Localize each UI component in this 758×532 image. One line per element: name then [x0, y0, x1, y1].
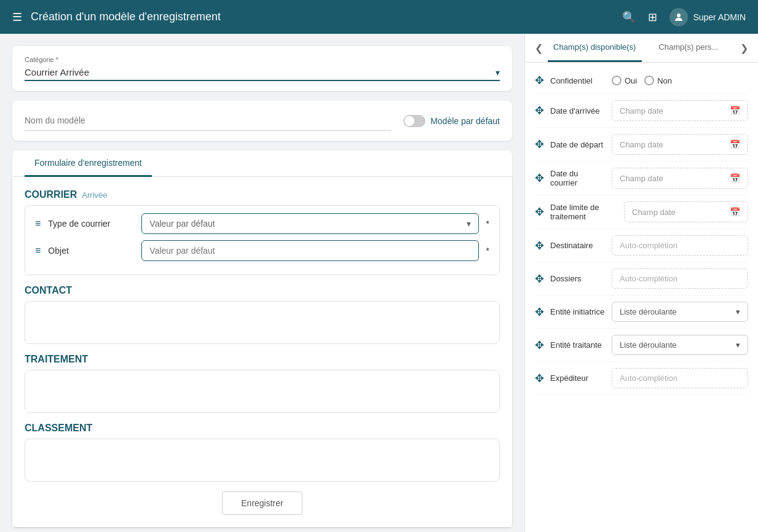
- radio-group: Oui Non: [612, 76, 748, 85]
- drag-icon[interactable]: ✥: [535, 372, 544, 385]
- date-depart-field[interactable]: Champ date 📅: [612, 134, 748, 155]
- section-contact-title: CONTACT: [25, 285, 500, 296]
- field-item-dossiers: ✥ Dossiers Auto-complétion: [535, 262, 748, 295]
- dossiers-field[interactable]: Auto-complétion: [612, 268, 748, 289]
- radio-oui[interactable]: Oui: [612, 76, 637, 85]
- confidentiel-control: Oui Non: [612, 76, 748, 85]
- svg-point-0: [677, 14, 681, 17]
- category-label: Catégorie *: [25, 56, 500, 63]
- model-name-input[interactable]: [25, 111, 391, 131]
- chevron-down-icon: ▾: [467, 219, 471, 229]
- prev-tab-button[interactable]: ❮: [530, 37, 548, 59]
- next-tab-button[interactable]: ❯: [735, 37, 753, 59]
- type-courrier-value: Valeur par défaut: [149, 219, 215, 229]
- calendar-icon: 📅: [730, 106, 740, 115]
- field-type-select: Valeur par défaut ▾: [141, 213, 478, 234]
- field-objet-input: [141, 240, 478, 261]
- date-courrier-placeholder: Champ date: [620, 174, 663, 183]
- drag-icon[interactable]: ✥: [535, 171, 544, 185]
- classement-box: [25, 439, 500, 482]
- field-name-date-depart: Date de départ: [550, 140, 606, 149]
- entite-initiatrice-field[interactable]: Liste déroulante ▾: [612, 302, 748, 322]
- radio-non-label: Non: [657, 76, 672, 85]
- field-item-entite-traitante: ✥ Entité traitante Liste déroulante ▾: [535, 329, 748, 362]
- field-name-entite-traitante: Entité traitante: [550, 340, 606, 350]
- category-select[interactable]: Courrier Arrivée ▾: [25, 67, 500, 81]
- type-courrier-select[interactable]: Valeur par défaut ▾: [141, 213, 478, 234]
- expediteur-field[interactable]: Auto-complétion: [612, 368, 748, 388]
- grid-icon[interactable]: ⊞: [648, 10, 657, 24]
- drag-icon[interactable]: ✥: [535, 104, 544, 117]
- date-depart-control: Champ date 📅: [612, 134, 748, 155]
- field-item-entite-initiatrice: ✥ Entité initiatrice Liste déroulante ▾: [535, 295, 748, 329]
- entite-traitante-value: Liste déroulante: [620, 340, 677, 350]
- tab-personalized[interactable]: Champ(s) pers...: [642, 34, 736, 62]
- section-courrier: COURRIER Arrivée ≡ Type de courrier Vale…: [25, 189, 500, 275]
- contact-box: [25, 301, 500, 344]
- drag-handle-icon[interactable]: ≡: [35, 218, 41, 229]
- field-name-dossiers: Dossiers: [550, 274, 606, 283]
- field-item-date-limite: ✥ Date limite de traitement Champ date 📅: [535, 195, 748, 229]
- right-tabs: ❮ Champ(s) disponible(s) Champ(s) pers..…: [525, 34, 758, 63]
- field-label-objet: Objet: [48, 246, 134, 256]
- right-panel: ❮ Champ(s) disponible(s) Champ(s) pers..…: [524, 34, 758, 532]
- date-courrier-field[interactable]: Champ date 📅: [612, 168, 748, 189]
- drag-handle-icon[interactable]: ≡: [35, 245, 41, 256]
- field-item-confidentiel: ✥ Confidentiel Oui Non: [535, 68, 748, 94]
- search-icon[interactable]: 🔍: [622, 10, 636, 24]
- field-item-destinataire: ✥ Destinataire Auto-complétion: [535, 229, 748, 262]
- entite-initiatrice-control: Liste déroulante ▾: [612, 302, 748, 322]
- model-default-toggle: Modèle par défaut: [403, 115, 500, 127]
- section-classement: CLASSEMENT: [25, 423, 500, 482]
- traitement-box: [25, 370, 500, 413]
- date-arrivee-field[interactable]: Champ date 📅: [612, 100, 748, 121]
- objet-input[interactable]: [141, 240, 478, 261]
- drag-icon[interactable]: ✥: [535, 205, 544, 219]
- destinataire-control: Auto-complétion: [612, 235, 748, 256]
- destinataire-field[interactable]: Auto-complétion: [612, 235, 748, 256]
- date-arrivee-placeholder: Champ date: [620, 106, 663, 115]
- field-name-destinataire: Destinataire: [550, 241, 606, 250]
- date-arrivee-control: Champ date 📅: [612, 100, 748, 121]
- entite-initiatrice-value: Liste déroulante: [620, 307, 677, 316]
- right-panel-content: ✥ Confidentiel Oui Non: [525, 63, 758, 532]
- drag-icon[interactable]: ✥: [535, 138, 544, 151]
- menu-icon[interactable]: ☰: [12, 10, 22, 24]
- section-traitement: TRAITEMENT: [25, 354, 500, 413]
- radio-circle: [612, 76, 622, 85]
- category-section: Catégorie * Courrier Arrivée ▾: [12, 46, 512, 91]
- field-name-entite-initiatrice: Entité initiatrice: [550, 307, 606, 316]
- form-content: COURRIER Arrivée ≡ Type de courrier Vale…: [12, 177, 512, 527]
- category-value: Courrier Arrivée: [25, 67, 89, 77]
- field-item-date-depart: ✥ Date de départ Champ date 📅: [535, 128, 748, 162]
- chevron-down-icon: ▾: [736, 340, 740, 350]
- tab-available[interactable]: Champ(s) disponible(s): [548, 34, 642, 62]
- drag-icon[interactable]: ✥: [535, 74, 544, 87]
- left-panel: Catégorie * Courrier Arrivée ▾ Modèle pa…: [0, 34, 524, 532]
- field-label-type: Type de courrier: [48, 219, 134, 229]
- header-actions: 🔍 ⊞ Super ADMIN: [622, 8, 746, 26]
- drag-icon[interactable]: ✥: [535, 338, 544, 352]
- drag-icon[interactable]: ✥: [535, 239, 544, 252]
- calendar-icon: 📅: [730, 139, 740, 149]
- required-indicator: *: [486, 246, 489, 256]
- user-menu[interactable]: Super ADMIN: [669, 8, 746, 26]
- field-name-expediteur: Expéditeur: [550, 374, 606, 383]
- radio-oui-label: Oui: [625, 76, 637, 85]
- calendar-icon: 📅: [730, 207, 740, 217]
- radio-non[interactable]: Non: [644, 76, 672, 85]
- entite-traitante-field[interactable]: Liste déroulante ▾: [612, 335, 748, 355]
- drag-icon[interactable]: ✥: [535, 272, 544, 286]
- field-item-date-courrier: ✥ Date du courrier Champ date 📅: [535, 162, 748, 195]
- field-name-date-limite: Date limite de traitement: [550, 203, 618, 221]
- model-section: Modèle par défaut: [12, 101, 512, 141]
- save-button[interactable]: Enregistrer: [222, 491, 302, 515]
- tab-form[interactable]: Formulaire d'enregistrement: [25, 151, 152, 177]
- drag-icon[interactable]: ✥: [535, 305, 544, 319]
- date-limite-control: Champ date 📅: [624, 201, 748, 222]
- date-limite-field[interactable]: Champ date 📅: [624, 201, 748, 222]
- field-name-confidentiel: Confidentiel: [550, 76, 606, 85]
- default-toggle[interactable]: [403, 115, 425, 127]
- section-courrier-title: COURRIER Arrivée: [25, 189, 500, 200]
- chevron-down-icon: ▾: [736, 307, 740, 316]
